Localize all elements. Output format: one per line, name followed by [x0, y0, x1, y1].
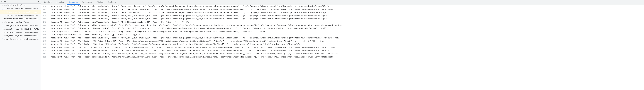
file-name: PCD_pictext_b.css?version=8360e4a841c8aa: [4, 35, 40, 37]
line-number: 147: [41, 40, 48, 43]
line-number: 141: [41, 20, 48, 24]
line-content: <script>FM.view({"ns": "pl.content.miniT…: [48, 14, 644, 17]
file-icon: {}: [1, 11, 4, 13]
file-name: suda.js?version=0344db14bef7e76a: [4, 25, 40, 27]
line-number: 139: [41, 14, 48, 18]
table-row: 141 <script>FM.view({"ns": "pl.content.m…: [41, 20, 644, 24]
table-row: 140 <script>FM.view({"ns": "pl.content.m…: [41, 17, 644, 20]
tab-initiator[interactable]: Initiator: [80, 0, 94, 5]
table-row: 138 <script>FM.view({"ns": "pl.content.m…: [41, 11, 644, 14]
file-name: wbficon.woff?id=151a4716ff44031b: [4, 18, 40, 20]
file-name: lib.js?version=0344db14bef7e76a: [4, 28, 39, 30]
file-item[interactable]: {}frame.css?version-8360e4a841c8aaec: [0, 7, 41, 10]
content-area[interactable]: 136 <script>FM.view({"ns": "pl.content.m…: [41, 5, 644, 90]
file-icon: JS: [1, 24, 4, 27]
file-item[interactable]: ·wbficon.woff?id=151a4716ff44031b: [0, 17, 41, 20]
file-list-title: Name: [1, 1, 6, 3]
table-row: 137 <script>FM.view({"ns": "pl.content.m…: [41, 8, 644, 11]
file-name: frame.css?version-8360e4a841c8aaec: [4, 8, 40, 10]
file-name: PCD_pictext.css?version=8360e4a841c8ae: [4, 38, 40, 40]
line-number: 138: [41, 11, 48, 14]
file-item[interactable]: {}PCD_ut_a.css?version=8360e4a841c8aaec: [0, 31, 41, 34]
table-row: 136 <script>FM.view({"ns": "pl.content.m…: [41, 5, 644, 8]
file-item[interactable]: ·data:application/fo...: [0, 20, 41, 24]
line-number: 142: [41, 24, 48, 27]
table-row: 150 <script>FM.view({"ns": "pl.content.f…: [41, 49, 644, 52]
file-name: skin.css?version=8360e4a841c8aaec: [4, 14, 40, 16]
table-row: 139 <script>FM.view({"ns": "pl.content.m…: [41, 14, 644, 18]
main-panel: Headers Preview Response Initiator Timin…: [41, 0, 644, 90]
file-icon: ·: [1, 21, 4, 24]
line-content: <script>FM.view({"ns": "pl.content.miniT…: [48, 8, 644, 11]
line-content: <script>{"ns": "domid": "Pl_Third_Inline…: [48, 33, 644, 36]
table-row: 151 <script>FM.view({"ns": "pl.content.h…: [41, 52, 644, 56]
line-content: <script>FM.view({"ns": "", "domid": "PCD…: [48, 43, 644, 46]
tabs-bar: Headers Preview Response Initiator Timin…: [41, 0, 644, 5]
devtools-container: Name ✕ ·weibopiyao?is_all=1{}frame.css?v…: [0, 0, 644, 90]
file-icon: ·: [1, 18, 4, 20]
line-number: 152: [41, 56, 48, 59]
file-icon: {}: [1, 8, 4, 10]
file-icon: {}: [1, 31, 4, 34]
file-icon: {}: [1, 38, 4, 40]
table-row: 142 <script>FM.view({"ns": "pl.content.s…: [41, 24, 644, 27]
file-item[interactable]: JSsuda.js?version=0344db14bef7e76a: [0, 24, 41, 28]
line-content: <script>FM.view({"ns": "pl.content.miniT…: [48, 11, 644, 14]
tab-response[interactable]: Response: [67, 0, 80, 5]
file-item[interactable]: JSlib.js?version=0344db14bef7e76a: [0, 28, 41, 31]
file-name: data:application/fo...: [4, 21, 29, 23]
file-items-container: ·weibopiyao?is_all=1{}frame.css?version-…: [0, 4, 41, 41]
file-name: PCD_ut_a.css?version=8360e4a841c8aaec: [4, 32, 40, 34]
table-row: 148 <script>FM.view({"ns": "", "domid": …: [41, 43, 644, 46]
line-content: <script>{"ns": "", "domid": "Pl_Third_In…: [48, 30, 644, 33]
table-row: 145 <script>{"ns": "domid": "Pl_Third_In…: [41, 33, 644, 36]
file-icon: ·: [1, 4, 4, 6]
table-row: 146 <script>FM.view({"ns": "pl.content.m…: [41, 36, 644, 40]
line-number: 137: [41, 8, 48, 11]
line-content: <script>FM.view({"ns": "pl.content.homeF…: [48, 56, 644, 58]
line-number: 151: [41, 52, 48, 56]
file-item[interactable]: ·weibopiyao?is_all=1: [0, 4, 41, 7]
file-icon: {}: [1, 14, 4, 17]
code-lines-container: 136 <script>FM.view({"ns": "pl.content.m…: [41, 5, 644, 58]
line-number: 150: [41, 49, 48, 52]
line-number: 143: [41, 27, 48, 30]
line-content: <script>FM.view({"ns": "pl.content.homeF…: [48, 52, 644, 55]
tab-cookies[interactable]: Cookies: [106, 0, 118, 5]
close-icon[interactable]: ✕: [38, 1, 39, 3]
tab-headers[interactable]: Headers: [42, 0, 54, 5]
line-content: <script>FM.view({"ns": "pl.content.slide…: [48, 24, 644, 27]
line-content: <script>FM.view({"ns": "", "domid": "Pl_…: [48, 40, 644, 43]
file-list-panel: Name ✕ ·weibopiyao?is_all=1{}frame.css?v…: [0, 0, 41, 90]
file-name: PCD_profile_home_A.css?version=8360e4a8: [4, 11, 40, 13]
table-row: 143 <script>FM.view({"ns": "pl.content.t…: [41, 27, 644, 30]
line-number: 144: [41, 30, 48, 33]
line-content: <script>FM.view({"ns": "pl.third.informa…: [48, 46, 644, 49]
line-number: 146: [41, 36, 48, 40]
table-row: 149 <script>FM.view({"ns": "pl.third.inf…: [41, 46, 644, 49]
table-row: 147 <script>FM.view({"ns": "", "domid": …: [41, 40, 644, 43]
tab-timing[interactable]: Timing: [95, 0, 106, 5]
line-number: 145: [41, 33, 48, 36]
file-item[interactable]: {}PCD_pictext.css?version=8360e4a841c8ae: [0, 38, 41, 41]
file-list-header: Name ✕: [0, 0, 41, 4]
file-item[interactable]: {}PCD_profile_home_A.css?version=8360e4a…: [0, 10, 41, 14]
file-item[interactable]: {}skin.css?version=8360e4a841c8aaec: [0, 14, 41, 17]
file-name: weibopiyao?is_all=1: [4, 4, 26, 6]
line-number: 140: [41, 17, 48, 20]
line-content: <script>FM.view({"ns": "pl.content.miniT…: [48, 36, 644, 40]
file-item[interactable]: {}PCD_pictext_b.css?version=8360e4a841c8…: [0, 34, 41, 38]
file-icon: JS: [1, 28, 4, 30]
line-content: <script>FM.view({"ns": "pl.content.feedN…: [48, 49, 644, 52]
line-content: <script>FM.view({"ns": "pl.content.miniT…: [48, 17, 644, 20]
line-content: <script>FM.view({"ns": "pl.content.miniT…: [48, 20, 644, 24]
line-content: <script>FM.view({"ns": "pl.content.timeB…: [48, 27, 644, 30]
line-number: 149: [41, 46, 48, 49]
line-number: 148: [41, 43, 48, 46]
table-row: 144 <script>{"ns": "", "domid": "Pl_Thir…: [41, 30, 644, 33]
tab-preview[interactable]: Preview: [54, 0, 66, 5]
line-content: <script>FM.view({"ns": "pl.content.miniT…: [48, 5, 644, 8]
line-number: 136: [41, 5, 48, 8]
table-row: 152 <script>FM.view({"ns": "pl.content.h…: [41, 56, 644, 59]
file-icon: {}: [1, 35, 4, 37]
